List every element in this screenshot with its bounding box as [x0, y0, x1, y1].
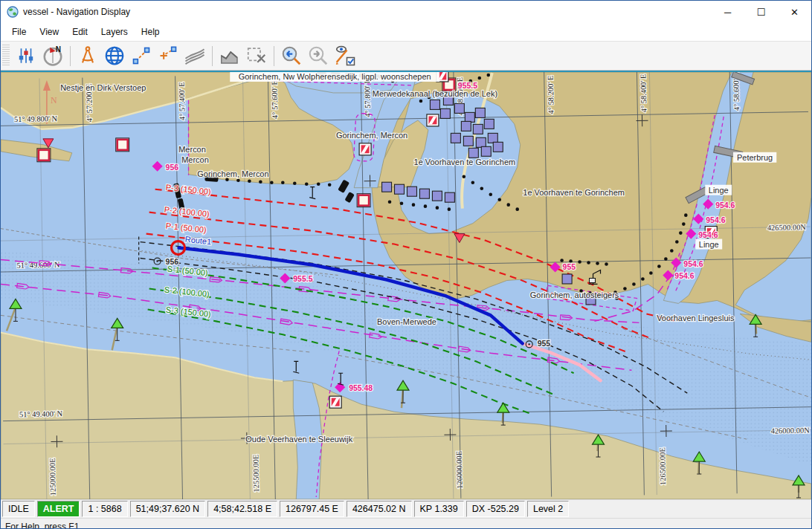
moored-vessel-icon	[440, 108, 450, 118]
moored-vessel-icon	[395, 184, 405, 194]
svg-text:426000.00N: 426000.00N	[770, 426, 810, 435]
moored-vessel-icon	[454, 103, 464, 113]
place-label: 1e Voorhaven te Gorinchem	[414, 158, 516, 166]
minimize-button[interactable]: ─	[711, 1, 744, 22]
status-51-49-37-620-n: 51;49;37.620 N	[130, 501, 206, 517]
place-label: Linge	[699, 240, 719, 249]
menu-item-file[interactable]: File	[5, 25, 33, 39]
svg-text:4° 57.400' E: 4° 57.400' E	[178, 82, 187, 120]
berth-mark-icon	[117, 140, 128, 150]
place-label: Linge	[709, 186, 729, 195]
map-area[interactable]: N 125000.00E125500.00E126000.00E126500.0…	[1, 71, 811, 499]
berth-mark-icon	[39, 150, 49, 160]
status-426475-02-n: 426475.02 N	[347, 501, 412, 517]
toolbar-gripper[interactable]	[2, 45, 10, 67]
window-title: vessel - Navigation Display	[23, 7, 711, 17]
marker-label: 956	[166, 163, 179, 172]
maximize-button[interactable]: ☐	[744, 1, 778, 22]
place-label: Peterbrug	[737, 153, 773, 162]
svg-text:51° 49.400' N: 51° 49.400' N	[19, 409, 63, 418]
north-compass-button[interactable]: N	[39, 44, 66, 68]
application-window: vessel - Navigation Display ─ ☐ ✕ FileVi…	[0, 0, 812, 529]
toolbar-separator	[70, 46, 71, 66]
svg-text:4° 58.200' E: 4° 58.200' E	[547, 76, 555, 114]
zoom-next-button[interactable]	[305, 44, 332, 68]
zoom-next-icon	[307, 45, 329, 67]
moored-vessel-icon	[488, 133, 497, 143]
berth-mark-icon	[358, 195, 369, 206]
svg-text:426500.00N: 426500.00N	[767, 223, 807, 232]
moored-vessel-icon	[481, 146, 491, 156]
moored-vessel-icon	[476, 137, 486, 147]
moored-vessel-icon	[473, 124, 483, 134]
menu-item-layers[interactable]: Layers	[94, 25, 135, 39]
marker-label: 955.48	[349, 384, 373, 392]
help-text: For Help, press F1	[5, 522, 79, 529]
svg-text:126000.00E: 126000.00E	[455, 451, 464, 489]
moored-vessel-icon	[445, 192, 454, 202]
currents-button[interactable]	[181, 44, 208, 68]
status-4-58-42-518-e: 4;58;42.518 E	[207, 501, 277, 517]
marker-label: 954.6	[674, 272, 694, 280]
zoom-previous-button[interactable]	[278, 44, 305, 68]
marker-label: 955.5	[458, 82, 477, 90]
marker-label: 955	[563, 264, 576, 272]
drafting-compass-icon	[77, 45, 98, 66]
measure-distance-icon	[131, 45, 152, 66]
svg-text:N: N	[56, 45, 61, 53]
navigation-chart[interactable]: N 125000.00E125500.00E126000.00E126500.0…	[1, 72, 811, 499]
status-bar: IDLEALERT1 : 586851;49;37.620 N4;58;42.5…	[1, 499, 811, 518]
marker-label: 954.6	[715, 201, 735, 210]
measure-distance-button[interactable]	[128, 44, 155, 68]
marker-label: 954.6	[706, 216, 725, 224]
layer-sliders-button[interactable]	[13, 44, 39, 68]
moored-vessel-icon	[465, 112, 474, 122]
moored-vessel-icon	[419, 189, 429, 198]
title-bar: vessel - Navigation Display ─ ☐ ✕	[1, 1, 811, 23]
menu-item-view[interactable]: View	[33, 25, 65, 39]
profile-graph-button[interactable]	[216, 44, 243, 68]
measure-points-icon	[158, 45, 178, 66]
status-alert: ALERT	[37, 501, 80, 517]
close-button[interactable]: ✕	[778, 1, 811, 22]
place-label: Gorinchem, Mercon	[197, 169, 268, 178]
menu-item-edit[interactable]: Edit	[65, 25, 94, 39]
moored-vessel-icon	[475, 108, 485, 117]
place-label: Gorinchem, Mercon	[336, 131, 407, 140]
layer-sliders-icon	[16, 46, 36, 65]
status-1-5868: 1 : 5868	[82, 501, 127, 517]
marker-label: 956	[166, 258, 179, 266]
display-settings-button[interactable]	[332, 44, 358, 68]
moored-vessel-icon	[432, 191, 442, 201]
status-level-2: Level 2	[527, 501, 569, 517]
moored-vessel-icon	[562, 274, 572, 284]
moored-vessel-icon	[463, 136, 473, 146]
place-label: Merwedekanaal (bezuiden de Lek)	[373, 89, 497, 98]
svg-text:126500.00E: 126500.00E	[658, 447, 667, 485]
help-bar: For Help, press F1	[1, 518, 811, 529]
status-kp-1-339: KP 1.339	[414, 501, 464, 517]
drafting-compass-button[interactable]	[74, 44, 101, 68]
status-dx-525-29: DX -525.29	[466, 501, 525, 517]
marker-label: 955.5	[293, 275, 312, 283]
measure-points-button[interactable]	[155, 44, 181, 68]
clear-selection-button[interactable]	[243, 44, 270, 68]
toolbar-separator	[274, 46, 274, 66]
zoom-previous-icon	[280, 45, 303, 67]
place-label: Oude Veerhaven te Sleeuwijk	[245, 435, 352, 444]
moored-vessel-icon	[382, 182, 392, 192]
status-idle: IDLE	[2, 501, 35, 517]
svg-text:4° 57.600' E: 4° 57.600' E	[270, 80, 279, 119]
place-label: 1e Voorhaven te Gorinchem	[523, 188, 625, 197]
marker-label: 955	[538, 340, 551, 348]
menu-item-help[interactable]: Help	[135, 25, 167, 39]
svg-text:4° 58.400' E: 4° 58.400' E	[639, 74, 648, 112]
moored-vessel-icon	[468, 148, 478, 158]
place-label: Nestje en Dirk Verstoep	[60, 83, 146, 92]
globe-button[interactable]	[101, 44, 128, 68]
moored-vessel-icon	[430, 100, 439, 109]
place-label: Mercon	[178, 145, 206, 154]
svg-text:125000.00E: 125000.00E	[48, 458, 57, 496]
place-label: Gorinchem, autosteigers	[530, 291, 619, 299]
place-label: Gorinchem, Nw Wolpherensedijk, ligpl. wo…	[239, 72, 431, 81]
